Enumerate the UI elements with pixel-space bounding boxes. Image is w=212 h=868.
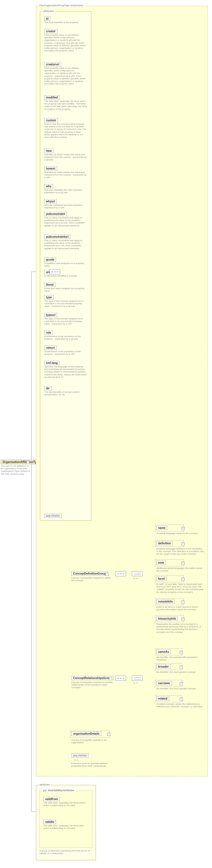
rel-narrower[interactable]: narrower [156, 681, 172, 685]
concept-relationships-group-desc: A group of properties required to indica… [71, 681, 114, 689]
def-hierarchyInfo-expand[interactable]: + [181, 618, 185, 621]
concept-definition-group-desc: A group of properties required to define… [71, 577, 111, 582]
attr-howuri-label: howuri [46, 167, 55, 170]
time-validity-group-desc: A group of attributes expressing the tim… [39, 849, 94, 855]
cdg-expand[interactable]: − [105, 572, 109, 576]
cdg-choice [132, 571, 143, 576]
org-details-expand[interactable]: + [107, 733, 111, 736]
organisation-details[interactable]: organisationDetails [71, 732, 101, 736]
def-name-expand[interactable]: + [181, 527, 185, 530]
attr-creator-desc: If the property value is not defined, sp… [44, 34, 87, 52]
attr-literal-label: literal [46, 283, 54, 286]
attr-typeuri-desc: The type of the concept assigned as a co… [44, 317, 87, 326]
def-facet-label: facet [158, 577, 164, 580]
attr-pubconstraint-label: pubconstraint [46, 212, 65, 216]
attr-qcode[interactable]: qcode [44, 257, 56, 262]
attr-type[interactable]: type [44, 295, 54, 300]
organisation-details-desc: A group of properties specific to an org… [71, 739, 111, 744]
attr-modified-desc: The date (and, optionally, the time) whe… [44, 100, 87, 111]
time-validity-frame-label: attributes [38, 783, 51, 786]
def-note-label: note [158, 561, 164, 564]
attributes-frame-label: attributes [42, 10, 55, 12]
attr-creator-label: creator [46, 30, 56, 33]
def-facet-desc: In NAR 1.8 and later: facet is deprecate… [156, 583, 205, 593]
crg-choice [132, 676, 143, 681]
root-type-box[interactable]: OrganisationAffiliationType [1, 460, 41, 464]
attr-dir-label: dir [46, 387, 50, 390]
attr-dir[interactable]: dir [44, 386, 51, 391]
attr-custom[interactable]: custom [44, 118, 58, 122]
attr-custom-label: custom [46, 119, 56, 122]
crg-mult: 0..∞ [133, 682, 138, 684]
rel-narrower-label: narrower [158, 682, 170, 685]
attr-id[interactable]: id [44, 17, 50, 21]
attr-how-label: how [46, 149, 52, 152]
crg-expand[interactable]: − [109, 677, 112, 680]
def-name[interactable]: name [156, 526, 167, 530]
attr-xml:lang-label: xml:lang [46, 361, 58, 365]
any-other-content[interactable]: any ##other [71, 753, 89, 757]
attr-creator[interactable]: creator [44, 29, 57, 33]
attr-uri-desc: A URI which identifies a concept. [44, 275, 87, 277]
rel-related-expand[interactable]: + [180, 698, 183, 701]
attr-roleuri-desc: A refinement of the semantics of the pro… [44, 350, 87, 355]
attr-pubconstrainturi-desc: One or many constraints that apply to pu… [44, 239, 87, 250]
attr-roleuri[interactable]: roleuri [44, 346, 57, 350]
attr-whyuri[interactable]: whyuri [44, 199, 57, 204]
def-definition[interactable]: definition [156, 541, 173, 546]
tv-attr-validfrom-label: validfrom [45, 798, 58, 801]
def-remoteInfo-label: remoteInfo [158, 600, 173, 603]
attr-modified[interactable]: modified [44, 95, 60, 100]
rel-broader-expand[interactable]: + [180, 665, 183, 669]
rel-broader[interactable]: broader [156, 664, 170, 669]
rel-sameAs[interactable]: sameAs [156, 650, 171, 654]
def-definition-desc: A natural language definition of the sem… [156, 548, 205, 555]
def-facet-expand[interactable]: + [181, 578, 185, 581]
attr-how[interactable]: how [44, 149, 53, 153]
def-note[interactable]: note [156, 561, 166, 565]
rel-broader-label: broader [158, 665, 169, 668]
any-attribute-box[interactable]: any ##other [44, 514, 62, 518]
concept-relationships-group[interactable]: ConceptRelationshipsGroup [71, 676, 114, 680]
cdg-sequence [115, 571, 126, 576]
any-other-mult: 0..∞ [74, 759, 79, 761]
def-hierarchyInfo[interactable]: hierarchyInfo [156, 617, 178, 621]
time-validity-group-name: timeValidityAttributes [48, 789, 74, 792]
tv-attr-validto[interactable]: validto [43, 820, 56, 824]
attr-typeuri[interactable]: typeuri [44, 313, 57, 317]
rel-narrower-expand[interactable]: + [180, 682, 183, 685]
attr-creatoruri[interactable]: creatoruri [44, 62, 61, 66]
def-remoteInfo-expand[interactable]: + [181, 600, 185, 604]
root-type-label: OrganisationAffiliationType [3, 460, 40, 464]
root-type-desc: The type for an affiliation of an organi… [1, 465, 31, 475]
attr-qcode-label: qcode [46, 258, 54, 261]
def-facet[interactable]: facet [156, 577, 166, 581]
attr-role[interactable]: role [44, 331, 53, 335]
attr-pubconstraint[interactable]: pubconstraint [44, 212, 67, 216]
root-expand[interactable]: − [26, 461, 29, 464]
attr-xml:lang-desc: Specifies the language of this property … [44, 365, 87, 378]
attr-howuri[interactable]: howuri [44, 166, 57, 171]
concept-definition-group[interactable]: ConceptDefinitionGroup [71, 571, 108, 576]
attr-how-desc: Indicates by which means the value was e… [44, 153, 87, 161]
rel-sameAs-expand[interactable]: + [180, 651, 183, 654]
def-remoteInfo[interactable]: remoteInfo [156, 599, 175, 604]
tv-attr-validfrom[interactable]: validfrom [43, 797, 60, 801]
attr-typeuri-label: typeuri [46, 313, 55, 316]
attr-pubconstrainturi-label: pubconstrainturi [46, 235, 68, 238]
rel-sameAs-desc: An identifier of a concept with equivale… [156, 656, 205, 661]
rel-broader-desc: An identifier of a more generic concept. [156, 671, 205, 673]
def-definition-expand[interactable]: + [181, 542, 185, 546]
rel-related-desc: A related concept, where the relationshi… [156, 703, 205, 708]
def-note-expand[interactable]: + [181, 562, 185, 565]
attr-why[interactable]: why [44, 184, 53, 188]
attr-qcode-desc: A qualified code assigned as a property … [44, 262, 87, 267]
any-label: any [46, 514, 51, 517]
rel-related[interactable]: related [156, 696, 169, 701]
tv-attr-validto-desc: The date (and, optionally, the time) aft… [43, 824, 89, 830]
def-hierarchyInfo-desc: Represents the position of a concept in … [156, 623, 205, 633]
attr-pubconstrainturi[interactable]: pubconstrainturi [44, 235, 70, 239]
organisation-details-label: organisationDetails [73, 732, 99, 735]
attr-xml:lang[interactable]: xml:lang [44, 361, 59, 365]
attr-literal[interactable]: literal [44, 283, 55, 287]
